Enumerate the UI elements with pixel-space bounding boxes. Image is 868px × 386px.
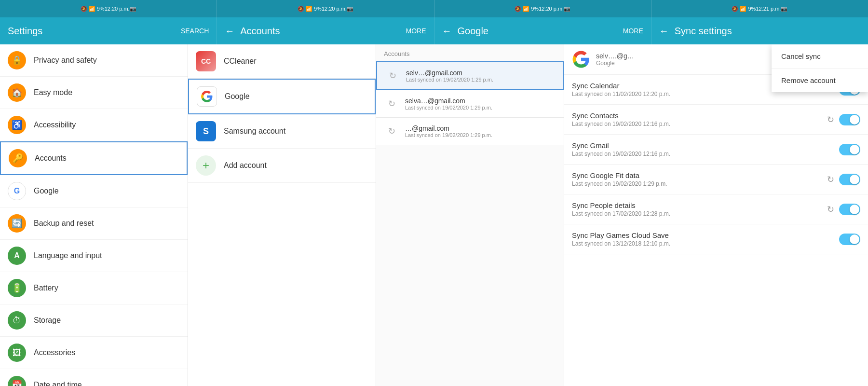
settings-item-accounts[interactable]: 🔑 Accounts [0, 141, 188, 175]
accounts-icon: 🔑 [9, 149, 27, 167]
account-label-add: Add account [224, 161, 267, 170]
search-action[interactable]: SEARCH [181, 27, 209, 35]
sync-item-gmail[interactable]: Sync Gmail Last synced on 19/02/2020 12:… [564, 135, 868, 165]
google-account-item-1[interactable]: ↻ selv…@gmail.com Last synced on 19/02/2… [376, 61, 564, 90]
sync-fit-name: Sync Google Fit data [572, 171, 827, 179]
sync-item-playgames[interactable]: Sync Play Games Cloud Save Last synced o… [564, 224, 868, 254]
google-back-button[interactable]: ← [442, 26, 452, 37]
settings-label-storage: Storage [34, 316, 61, 325]
settings-item-easymode[interactable]: 🏠 Easy mode [0, 77, 188, 109]
main-panels: 🔒 Privacy and safety 🏠 Easy mode ♿ Acces… [0, 44, 868, 386]
header-accounts: ← Accounts MORE [217, 17, 434, 44]
settings-label-datetime: Date and time [34, 381, 82, 386]
settings-item-language[interactable]: A Language and input [0, 240, 188, 272]
backup-icon: 🔄 [8, 214, 26, 233]
status-icons-2: 🔕 📶 9% [298, 6, 322, 12]
ccleaner-icon: CC [196, 51, 216, 71]
status-icons-3: 🔕 📶 9% [515, 6, 539, 12]
status-bars: 🔕 📶 9% 12:20 p.m. 📷 🔕 📶 9% 12:20 p.m. 📷 … [0, 0, 868, 17]
google-account-item-2[interactable]: ↻ selva…@gmail.com Last synced on 19/02/… [376, 90, 564, 118]
sync-fit-toggle[interactable] [839, 174, 860, 185]
google-account-item-3[interactable]: ↻ …@gmail.com Last synced on 19/02/2020 … [376, 118, 564, 145]
sync-back-button[interactable]: ← [659, 26, 669, 37]
sync-icon-2: ↻ [384, 96, 399, 111]
account-item-samsung[interactable]: S Samsung account [188, 114, 376, 149]
google-sync-time-3: Last synced on 19/02/2020 1:29 p.m. [405, 132, 556, 138]
settings-item-accessories[interactable]: 🖼 Accessories [0, 337, 188, 369]
sync-playgames-name: Sync Play Games Cloud Save [572, 231, 839, 239]
status-extra-1: 📷 [130, 6, 136, 12]
account-item-add[interactable]: + Add account [188, 149, 376, 183]
settings-item-datetime[interactable]: 📅 Date and time [0, 369, 188, 386]
account-label-google: Google [225, 92, 250, 101]
sync-contacts-refresh-icon[interactable]: ↻ [827, 114, 834, 125]
status-icons-1: 🔕 📶 9% [81, 6, 105, 12]
sync-item-people[interactable]: Sync People details Last synced on 17/02… [564, 194, 868, 224]
sync-playgames-info: Sync Play Games Cloud Save Last synced o… [572, 231, 839, 247]
accounts-back-button[interactable]: ← [225, 26, 234, 37]
settings-label-google: Google [34, 187, 59, 195]
status-bar-1: 🔕 📶 9% 12:20 p.m. 📷 [0, 0, 217, 17]
settings-label-accessories: Accessories [34, 348, 75, 357]
status-extra-4: 📷 [781, 6, 787, 12]
account-label-ccleaner: CCleaner [224, 57, 257, 66]
cancel-sync-item[interactable]: Cancel sync [772, 44, 868, 69]
google-email-1: selv…@gmail.com [406, 69, 555, 77]
settings-item-accessibility[interactable]: ♿ Accessibility [0, 109, 188, 141]
google-sync-time-1: Last synced on 19/02/2020 1:29 p.m. [406, 77, 555, 83]
accounts-panel: CC CCleaner Google S Samsung account + A… [188, 44, 376, 386]
sync-playgames-time: Last synced on 13/12/2018 12:10 p.m. [572, 240, 839, 247]
google-email-3: …@gmail.com [405, 124, 556, 132]
google-title: Google [458, 26, 623, 37]
status-bar-2: 🔕 📶 9% 12:20 p.m. 📷 [217, 0, 434, 17]
sync-people-controls: ↻ [827, 204, 860, 215]
sync-people-toggle[interactable] [839, 204, 860, 215]
sync-gmail-toggle[interactable] [839, 144, 860, 155]
settings-item-storage[interactable]: ⏱ Storage [0, 304, 188, 337]
status-time-2: 12:20 p.m. [322, 6, 347, 12]
battery-icon: 🔋 [8, 279, 26, 297]
sync-playgames-controls [839, 234, 860, 245]
sync-item-contacts[interactable]: Sync Contacts Last synced on 19/02/2020 … [564, 105, 868, 135]
sync-gmail-time: Last synced on 19/02/2020 12:16 p.m. [572, 151, 839, 157]
sync-people-time: Last synced on 17/02/2020 12:28 p.m. [572, 210, 827, 217]
settings-item-battery[interactable]: 🔋 Battery [0, 272, 188, 304]
sync-contacts-toggle[interactable] [839, 114, 860, 125]
status-extra-2: 📷 [347, 6, 353, 12]
settings-title: Settings [8, 26, 181, 37]
google-email-2: selva…@gmail.com [405, 97, 556, 105]
header-google: ← Google MORE [434, 17, 651, 44]
sync-gmail-controls [839, 144, 860, 155]
account-item-google[interactable]: Google [188, 79, 376, 114]
status-extra-3: 📷 [564, 6, 570, 12]
sync-people-refresh-icon[interactable]: ↻ [827, 204, 834, 215]
google-more-action[interactable]: MORE [623, 27, 643, 35]
accessibility-icon: ♿ [8, 116, 26, 134]
sync-contacts-time: Last synced on 19/02/2020 12:16 p.m. [572, 121, 827, 127]
sync-fit-refresh-icon[interactable]: ↻ [827, 174, 834, 185]
sync-fit-controls: ↻ [827, 174, 860, 185]
account-label-samsung: Samsung account [224, 127, 285, 136]
google-account-info-3: …@gmail.com Last synced on 19/02/2020 1:… [405, 124, 556, 138]
sync-item-fit[interactable]: Sync Google Fit data Last synced on 19/0… [564, 165, 868, 194]
accounts-more-action[interactable]: MORE [406, 27, 426, 35]
header-sync: ← Sync settings [651, 17, 868, 44]
dropdown-menu: Cancel sync Remove account [772, 44, 868, 92]
header-row: Settings SEARCH ← Accounts MORE ← Google… [0, 17, 868, 44]
settings-label-easymode: Easy mode [34, 88, 72, 97]
account-item-ccleaner[interactable]: CC CCleaner [188, 44, 376, 79]
status-icons-4: 🔕 📶 9% [732, 6, 756, 12]
settings-item-google[interactable]: G Google [0, 175, 188, 207]
settings-panel: 🔒 Privacy and safety 🏠 Easy mode ♿ Acces… [0, 44, 188, 386]
settings-item-backup[interactable]: 🔄 Backup and reset [0, 207, 188, 240]
settings-label-accessibility: Accessibility [34, 121, 76, 129]
settings-label-language: Language and input [34, 251, 102, 260]
header-settings: Settings SEARCH [0, 17, 217, 44]
settings-item-privacy[interactable]: 🔒 Privacy and safety [0, 44, 188, 77]
remove-account-item[interactable]: Remove account [772, 69, 868, 92]
sync-panel: Cancel sync Remove account selv….@g… Goo… [564, 44, 868, 386]
sync-playgames-toggle[interactable] [839, 234, 860, 245]
add-account-icon: + [196, 155, 216, 176]
storage-icon: ⏱ [8, 311, 26, 330]
sync-people-name: Sync People details [572, 201, 827, 209]
